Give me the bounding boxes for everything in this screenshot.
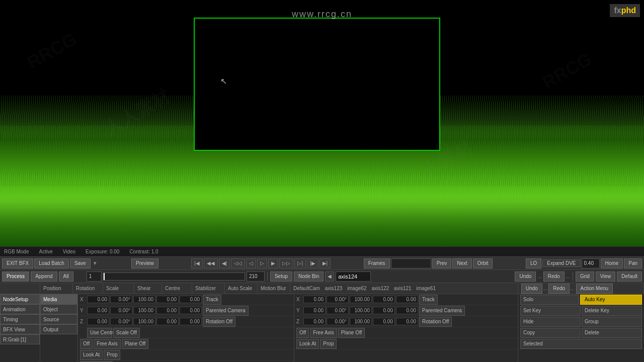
y-rot-input[interactable] [110, 307, 132, 314]
timing-tab[interactable]: Timing [0, 314, 40, 324]
source-tab[interactable]: Source [40, 314, 77, 324]
process-button[interactable]: Process [2, 272, 29, 282]
expand-dve-button[interactable]: Expand DVE [542, 259, 580, 267]
r-z-shear[interactable] [373, 318, 395, 325]
col-motion-blur[interactable]: Motion Blur [258, 283, 290, 294]
setup-button[interactable]: Setup [270, 272, 292, 282]
look-at-btn[interactable]: Look At [80, 350, 103, 360]
orbit-button[interactable]: Orbit [473, 258, 493, 268]
y-scale-input[interactable] [133, 307, 155, 314]
transport-rev[interactable]: ◁ [246, 258, 256, 268]
r-z-pos[interactable] [303, 318, 326, 325]
default-button[interactable]: Default [617, 272, 642, 282]
r-track-btn[interactable]: Track [419, 295, 438, 305]
transport-back1[interactable]: ◀| [219, 258, 230, 268]
off-btn[interactable]: Off [80, 339, 93, 349]
r-rotation-off-btn[interactable]: Rotation Off [419, 317, 452, 327]
transport-fwd3[interactable]: |▶ [307, 258, 318, 268]
r-plane-off-btn[interactable]: Plane Off [338, 328, 365, 338]
y-centre-input[interactable] [180, 307, 202, 314]
r-x-scale[interactable] [350, 296, 372, 303]
r-y-scale[interactable] [350, 307, 372, 314]
delete-btn[interactable]: Delete [582, 328, 642, 338]
hide-btn[interactable]: Hide [520, 317, 581, 327]
view-button[interactable]: View [596, 272, 616, 282]
x-centre-input[interactable] [180, 296, 202, 303]
undo-button[interactable]: Undo [515, 272, 536, 282]
z-rot-input[interactable] [110, 318, 132, 325]
r-y-rot[interactable] [327, 307, 349, 314]
prop-btn[interactable]: Prop [104, 350, 120, 360]
transport-back-small[interactable]: ◁◁ [231, 258, 245, 268]
output-tab[interactable]: Output [40, 324, 77, 334]
col-position[interactable]: Position [40, 283, 73, 294]
r-y-pos[interactable] [303, 307, 326, 314]
use-centre-camera-btn[interactable]: Use Centre Camera [87, 328, 112, 338]
plane-off-btn[interactable]: Plane Off [122, 339, 149, 349]
axis-name-input[interactable] [336, 272, 371, 282]
r-z-rot[interactable] [327, 318, 349, 325]
r-parented-camera-btn[interactable]: Parented Camera [419, 306, 465, 316]
node-name-field[interactable]: axis124 [391, 258, 431, 268]
r-z-centre[interactable] [396, 318, 418, 325]
bfx-view-tab[interactable]: BFX View [0, 324, 40, 334]
z-shear-input[interactable] [156, 318, 179, 325]
track-btn-x[interactable]: Track [203, 295, 221, 305]
exit-bfx-button[interactable]: EXIT BFX [2, 258, 33, 268]
transport-play[interactable]: ▶ [268, 258, 278, 268]
pan-button[interactable]: Pan [624, 258, 642, 268]
copy-btn[interactable]: Copy [520, 328, 581, 338]
transport-fwd[interactable]: ▷▷ [279, 258, 293, 268]
object-tab[interactable]: Object [40, 304, 77, 314]
z-pos-input[interactable] [87, 318, 109, 325]
x-rot-input[interactable] [110, 296, 132, 303]
r-off-btn[interactable]: Off [296, 328, 309, 338]
z-centre-input[interactable] [180, 318, 202, 325]
transport-end[interactable]: ▶| [319, 258, 331, 268]
redo-right-button[interactable]: Redo [548, 284, 570, 294]
axis121-label[interactable]: axis121 [394, 286, 411, 291]
r-z-scale[interactable] [350, 318, 372, 325]
r-y-shear[interactable] [373, 307, 395, 314]
node-bin-button[interactable]: Node Bin [294, 272, 324, 282]
x-scale-input[interactable] [133, 296, 155, 303]
r-x-centre[interactable] [396, 296, 418, 303]
axis123-label[interactable]: axis123 [325, 286, 342, 291]
x-pos-input[interactable] [87, 296, 109, 303]
r-prop-btn[interactable]: Prop [320, 339, 337, 349]
transport-fwd2[interactable]: ▷| [294, 258, 306, 268]
load-batch-button[interactable]: Load Batch [34, 258, 69, 268]
lo-button[interactable]: LO [526, 258, 541, 268]
nav-left[interactable]: ◀ [325, 272, 334, 282]
image61-label[interactable]: image61 [417, 286, 436, 291]
all-button[interactable]: All [59, 272, 73, 282]
transport-rev-slow[interactable]: ▷ [257, 258, 267, 268]
y-pos-input[interactable] [87, 307, 109, 314]
r-grab-tab[interactable]: R:Grab [1] [0, 334, 40, 344]
parented-camera-btn[interactable]: Parented Camera [203, 306, 249, 316]
group-btn[interactable]: Group [582, 317, 642, 327]
solo-btn[interactable]: Solo [520, 295, 579, 305]
transport-back10[interactable]: ◀◀ [204, 258, 218, 268]
animation-tab[interactable]: Animation [0, 304, 40, 314]
delete-key-btn[interactable]: Delete Key [582, 306, 642, 316]
col-scale[interactable]: Scale [103, 283, 134, 294]
col-auto-scale[interactable]: Auto Scale [225, 283, 258, 294]
z-scale-input[interactable] [133, 318, 155, 325]
axis122-label[interactable]: axis122 [372, 286, 389, 291]
frame-end-input[interactable] [247, 272, 265, 282]
y-shear-input[interactable] [156, 307, 179, 314]
redo-button[interactable]: Redo [543, 272, 565, 282]
default-cam-label[interactable]: DefaultCam [293, 286, 320, 291]
col-rotation[interactable]: Rotation [73, 283, 103, 294]
image62-label[interactable]: image62 [347, 286, 366, 291]
x-shear-input[interactable] [156, 296, 179, 303]
free-axis-btn[interactable]: Free Axis [94, 339, 121, 349]
r-free-axis-btn[interactable]: Free Axis [310, 328, 337, 338]
home-button[interactable]: Home [601, 258, 623, 268]
r-y-centre[interactable] [396, 307, 418, 314]
action-menu-button[interactable]: Action Menu [576, 284, 613, 294]
next-button[interactable]: Next [452, 258, 472, 268]
col-centre[interactable]: Centre [162, 283, 192, 294]
r-x-rot[interactable] [327, 296, 349, 303]
